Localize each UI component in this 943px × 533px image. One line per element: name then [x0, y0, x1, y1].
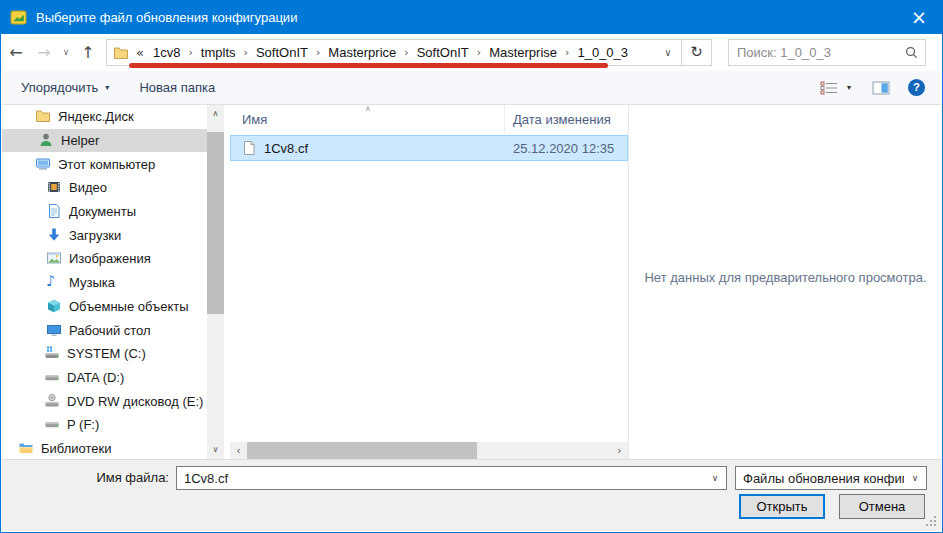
- search-box[interactable]: Поиск: 1_0_0_3: [728, 39, 926, 66]
- sidebar-item[interactable]: Объемные объекты: [2, 295, 207, 319]
- sidebar-item[interactable]: Рабочий стол: [2, 318, 207, 342]
- views-caret-icon[interactable]: ▾: [847, 84, 851, 92]
- sidebar-item-label: P (F:): [67, 417, 99, 432]
- sidebar-item[interactable]: DATA (D:): [2, 366, 207, 390]
- desktop-icon: [46, 322, 63, 339]
- computer-icon: [35, 156, 52, 173]
- sidebar-item[interactable]: Документы: [2, 200, 207, 224]
- document-icon: [46, 203, 63, 220]
- sidebar-item[interactable]: Helper: [2, 129, 207, 153]
- sidebar-item-label: Этот компьютер: [58, 157, 155, 172]
- sidebar-item[interactable]: Видео: [2, 176, 207, 200]
- breadcrumb-separator-icon: ›: [240, 47, 252, 58]
- sidebar-item[interactable]: Яндекс.Диск: [2, 105, 207, 129]
- breadcrumb-segment[interactable]: SoftOnIT: [413, 45, 473, 60]
- sidebar-item[interactable]: DVD RW дисковод (E:): [2, 389, 207, 413]
- scroll-left-icon[interactable]: ‹: [230, 442, 247, 459]
- breadcrumb-segment[interactable]: tmplts: [197, 45, 240, 60]
- list-header: ∧ Имя Дата изменения: [230, 105, 628, 134]
- file-open-dialog: Выберите файл обновления конфигурации × …: [0, 0, 943, 533]
- file-name: 1Cv8.cf: [264, 141, 513, 156]
- sidebar-item-label: Документы: [69, 204, 136, 219]
- organize-label: Упорядочить: [21, 80, 98, 95]
- cancel-button[interactable]: Отмена: [839, 494, 925, 519]
- filename-value[interactable]: 1Cv8.cf: [177, 471, 704, 486]
- filetype-value[interactable]: Файлы обновления конфигур: [736, 471, 904, 486]
- file-icon: [241, 140, 257, 156]
- scroll-up-icon[interactable]: ∧: [207, 105, 224, 122]
- folder-icon: [113, 45, 129, 61]
- chevron-down-icon[interactable]: ∨: [704, 474, 726, 483]
- sidebar-scrollbar[interactable]: ∧ ∨: [207, 105, 224, 461]
- dvd-icon: [44, 393, 61, 410]
- breadcrumb-separator-icon: ›: [473, 47, 485, 58]
- filelist-horizontal-scrollbar[interactable]: ‹ ›: [230, 442, 628, 459]
- drive-icon: [44, 416, 61, 433]
- sidebar-item[interactable]: Библиотеки: [2, 437, 207, 461]
- back-icon[interactable]: ←: [2, 40, 30, 66]
- titlebar: Выберите файл обновления конфигурации ×: [1, 1, 942, 34]
- sidebar-item-label: SYSTEM (C:): [67, 346, 146, 361]
- details-view-icon[interactable]: [820, 81, 838, 95]
- breadcrumb-segment[interactable]: Masterprice: [324, 45, 400, 60]
- folder-icon: [35, 108, 52, 125]
- organize-button[interactable]: Упорядочить ▾: [21, 80, 109, 95]
- search-icon[interactable]: [897, 45, 925, 60]
- chevron-down-icon[interactable]: ∨: [904, 474, 926, 483]
- breadcrumb: 1cv8 › tmplts › SoftOnIT › Masterprice ›…: [149, 45, 632, 60]
- new-folder-button[interactable]: Новая папка: [139, 80, 215, 95]
- column-header-date[interactable]: Дата изменения: [505, 105, 628, 134]
- caret-down-icon: ▾: [105, 84, 109, 92]
- music-icon: ♪: [46, 274, 63, 291]
- app-icon: [10, 9, 27, 26]
- help-icon[interactable]: ?: [907, 78, 926, 97]
- up-icon[interactable]: ↑: [74, 40, 102, 66]
- close-icon[interactable]: ×: [896, 1, 942, 34]
- navigation-pane: Яндекс.Диск Helper Этот компьютер Видео: [2, 105, 207, 461]
- preview-empty-text: Нет данных для предварительного просмотр…: [644, 270, 926, 461]
- address-bar[interactable]: « 1cv8 › tmplts › SoftOnIT › Masterprice…: [106, 39, 712, 66]
- sidebar-item[interactable]: SYSTEM (C:): [2, 342, 207, 366]
- preview-pane-icon[interactable]: [872, 81, 890, 95]
- sidebar-item[interactable]: ♪ Музыка: [2, 271, 207, 295]
- pictures-icon: [46, 250, 63, 267]
- svg-text:?: ?: [913, 81, 920, 93]
- sidebar-item[interactable]: Загрузки: [2, 223, 207, 247]
- address-dropdown-icon[interactable]: ∨: [655, 48, 681, 58]
- breadcrumb-separator-icon: ›: [184, 47, 196, 58]
- breadcrumb-segment[interactable]: Masterprise: [485, 45, 561, 60]
- breadcrumb-collapsed-icon[interactable]: «: [129, 46, 149, 59]
- downloads-icon: [46, 227, 63, 244]
- scrollbar-thumb[interactable]: [207, 132, 224, 314]
- sidebar-item[interactable]: P (F:): [2, 413, 207, 437]
- filename-label: Имя файла:: [2, 470, 169, 485]
- breadcrumb-segment[interactable]: SoftOnIT: [252, 45, 312, 60]
- scroll-down-icon[interactable]: ∨: [207, 441, 224, 458]
- breadcrumb-separator-icon: ›: [561, 47, 573, 58]
- preview-pane: Нет данных для предварительного просмотр…: [630, 105, 941, 461]
- breadcrumb-segment[interactable]: 1_0_0_3: [573, 45, 632, 60]
- refresh-icon[interactable]: ↻: [682, 40, 711, 65]
- sort-ascending-icon: ∧: [365, 105, 371, 113]
- filetype-combobox[interactable]: Файлы обновления конфигур ∨: [735, 466, 927, 490]
- recent-locations-icon[interactable]: ∨: [58, 40, 74, 66]
- sidebar-item-label: Загрузки: [69, 228, 121, 243]
- sidebar-item-label: Яндекс.Диск: [58, 109, 134, 124]
- sidebar-item[interactable]: Этот компьютер: [2, 152, 207, 176]
- sidebar-item[interactable]: Изображения: [2, 247, 207, 271]
- breadcrumb-segment[interactable]: 1cv8: [149, 45, 184, 60]
- sidebar-item-label: Музыка: [69, 275, 115, 290]
- scroll-right-icon[interactable]: ›: [611, 442, 628, 459]
- sidebar-item-label: Видео: [69, 180, 107, 195]
- file-rows: 1Cv8.cf 25.12.2020 12:35: [230, 135, 628, 161]
- objects3d-icon: [46, 298, 63, 315]
- file-row[interactable]: 1Cv8.cf 25.12.2020 12:35: [230, 135, 628, 161]
- breadcrumb-separator-icon: ›: [312, 47, 324, 58]
- open-button[interactable]: Открыть: [739, 494, 825, 519]
- search-input[interactable]: Поиск: 1_0_0_3: [729, 45, 897, 60]
- video-icon: [46, 179, 63, 196]
- resize-grip-icon[interactable]: [924, 514, 937, 527]
- filename-combobox[interactable]: 1Cv8.cf ∨: [176, 466, 727, 490]
- scrollbar-thumb[interactable]: [247, 442, 477, 459]
- command-toolbar: Упорядочить ▾ Новая папка ▾ ?: [2, 71, 941, 105]
